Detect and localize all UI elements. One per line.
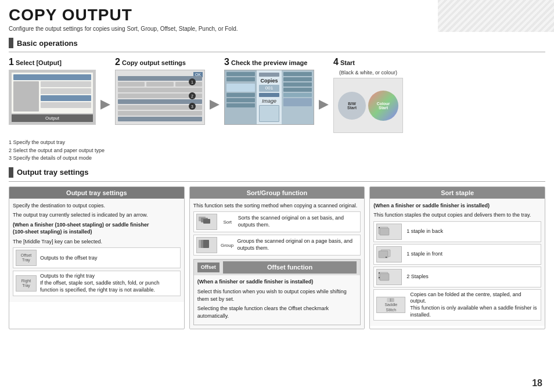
sort-group-header: Sort/Group function [190, 187, 365, 199]
step-3-text: Check the preview image [231, 59, 307, 66]
sl4 [226, 93, 255, 97]
step-4-image: B/WStart ColourStart [333, 78, 403, 133]
sr5 [283, 93, 312, 97]
note-2: 2 Select the output and paper output typ… [9, 147, 545, 155]
svg-rect-15 [379, 277, 380, 278]
output-tray-panel-body: Specify the destination to output copies… [9, 199, 184, 302]
sg-row-sort: Sort Sorts the scanned original on a set… [193, 211, 361, 232]
sl3 [226, 84, 255, 92]
basic-ops-title: Basic operations [17, 39, 78, 48]
ot-desc-2: Outputs to the right trayIf the offset, … [40, 273, 178, 293]
step-1-label: 1 Select [Output] [9, 57, 62, 67]
sr6 [283, 98, 312, 106]
ot-desc-1: Outputs to the offset tray [40, 255, 97, 262]
sl5 [226, 98, 255, 102]
marker-2: 2 [189, 92, 196, 99]
svg-rect-2 [203, 219, 210, 224]
step-notes: 1 Specify the output tray 2 Select the o… [9, 139, 545, 163]
ot-desc2: The output tray currently selected is in… [13, 211, 181, 219]
offset-tray-icon: OffsetTray [16, 250, 37, 266]
step-4-num: 4 [333, 57, 339, 67]
output-section-bar [9, 167, 13, 178]
section-bar [9, 38, 13, 48]
sort-label: Sort [221, 219, 235, 225]
mock-col-1 [13, 81, 39, 112]
sg-desc: This function sets the sorting method wh… [193, 202, 361, 210]
arrow-1: ▶ [100, 96, 110, 112]
right-tray-icon: RightTray [16, 275, 37, 292]
page-subtitle: Configure the output settings for copies… [9, 26, 545, 32]
staple-row-saddle: SaddleStitch Copies can be folded at the… [373, 289, 541, 321]
ss-desc: This function staples the output copies … [373, 211, 541, 219]
step-4-text: Start [340, 59, 355, 66]
sort-staple-header: Sort staple [370, 187, 545, 199]
sg-row-group: Group Groups the scanned original on a p… [193, 235, 361, 256]
sm3 [259, 93, 279, 97]
ot-row-1: OffsetTray Outputs to the offset tray [13, 247, 181, 268]
colour-start-btn[interactable]: ColourStart [368, 91, 398, 121]
sl2 [226, 77, 255, 81]
page-number: 18 [532, 378, 542, 389]
section-divider [9, 52, 545, 52]
step3-layout: Copies 001 Image [225, 70, 314, 124]
steps-container: 1 Select [Output] [0, 57, 554, 133]
step3-right-panel [282, 70, 314, 124]
sort-svg [197, 215, 216, 228]
sort-staple-panel: Sort staple (When a finisher or saddle f… [369, 186, 545, 330]
step-3: 3 Check the preview image [224, 57, 314, 125]
sm1 [259, 73, 279, 77]
staple-back-icon [376, 224, 402, 240]
mock-col-2 [41, 81, 91, 112]
arrow-3: ▶ [319, 96, 329, 112]
s2r2 [118, 88, 202, 92]
ss-bold-note: (When a finisher or saddle finisher is i… [373, 202, 541, 210]
step-1-image: Output [9, 70, 96, 125]
ot-note: The [Middle Tray] key can be selected. [13, 238, 181, 246]
staple-front-icon [376, 246, 402, 262]
steps-row: 1 Select [Output] [9, 57, 403, 133]
note-1: 1 Specify the output tray [9, 139, 545, 147]
step-2-image: OK [115, 70, 205, 125]
offset-body: (When a finisher or saddle finisher is i… [194, 275, 361, 325]
page: COPY OUTPUT Configure the output setting… [0, 0, 554, 392]
staple-row-back: 1 staple in back [373, 221, 541, 242]
marker-3: 3 [189, 103, 196, 110]
mr4 [41, 102, 91, 108]
saddle-stitch-icon: SaddleStitch [376, 297, 405, 313]
output-label: Output [12, 114, 93, 122]
s2r6 [118, 111, 202, 116]
step-3-label: 3 Check the preview image [224, 57, 307, 67]
sort-group-body: This function sets the sorting method wh… [190, 199, 365, 329]
ot-bold-note: (When a finisher (100-sheet stapling) or… [13, 221, 181, 236]
page-title: COPY OUTPUT [9, 6, 545, 24]
offset-btn: Offset [197, 262, 220, 272]
staple-2-svg [377, 270, 401, 284]
sg-group-desc: Groups the scanned original on a page ba… [237, 238, 358, 251]
staple-row-2: 2 Staples [373, 267, 541, 287]
step-notes-container: 1 Specify the output tray 2 Select the o… [0, 133, 554, 165]
ot-row-2: RightTray Outputs to the right trayIf th… [13, 271, 181, 296]
svg-rect-8 [379, 227, 380, 228]
output-tray-title: Output tray settings [17, 168, 89, 177]
bw-start-btn[interactable]: B/WStart [338, 92, 366, 120]
staple-front-svg [377, 247, 401, 261]
staple-front-desc: 1 staple in front [406, 251, 443, 258]
svg-rect-5 [203, 240, 209, 248]
mock-body [13, 81, 91, 112]
svg-rect-16 [387, 299, 390, 302]
step1-inner [12, 73, 93, 113]
staple-2-desc: 2 Staples [406, 274, 429, 280]
staple-back-svg [377, 225, 401, 239]
svg-rect-7 [380, 228, 389, 235]
note-3: 3 Specify the details of output mode [9, 154, 545, 163]
step3-sidebar [225, 70, 257, 124]
sr1 [283, 72, 312, 76]
step-3-num: 3 [224, 57, 229, 67]
colour-label: ColourStart [377, 102, 390, 110]
step-2-text: Copy output settings [122, 59, 186, 66]
sg-sort-desc: Sorts the scanned original on a set basi… [238, 215, 358, 228]
basic-ops-section: Basic operations [9, 38, 545, 48]
step-3-image: Copies 001 Image [224, 70, 314, 125]
step1-screen: Output [9, 70, 95, 124]
s2p2 [146, 82, 173, 87]
